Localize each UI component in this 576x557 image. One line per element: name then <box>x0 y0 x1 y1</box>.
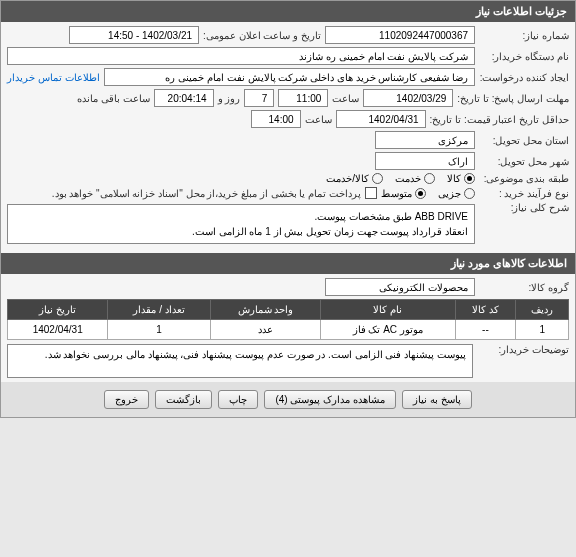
buyer-notes-text: پیوست پیشنهاد فنی الزامی است. در صورت عد… <box>7 344 473 378</box>
category-label: طبقه بندی موضوعی: <box>479 173 569 184</box>
group-value: محصولات الکترونیکی <box>325 278 475 296</box>
th-row: ردیف <box>516 300 569 320</box>
contact-link[interactable]: اطلاعات تماس خریدار <box>7 72 100 83</box>
delivery-city-label: شهر محل تحویل: <box>479 156 569 167</box>
radio-dot-icon <box>424 173 435 184</box>
attachments-button[interactable]: مشاهده مدارک پیوستی (4) <box>264 390 396 409</box>
need-number-value: 1102092447000367 <box>325 26 475 44</box>
table-row[interactable]: 1 -- موتور AC تک فاز عدد 1 1402/04/31 <box>8 320 569 340</box>
radio-medium-label: متوسط <box>381 188 412 199</box>
radio-dot-icon <box>372 173 383 184</box>
process-label: نوع فرآیند خرید : <box>479 188 569 199</box>
group-label: گروه کالا: <box>479 282 569 293</box>
deadline-label: مهلت ارسال پاسخ: تا تاریخ: <box>457 93 569 104</box>
cell-name: موتور AC تک فاز <box>320 320 455 340</box>
radio-dot-icon <box>464 173 475 184</box>
days-value: 7 <box>244 89 274 107</box>
announce-datetime-value: 1402/03/21 - 14:50 <box>69 26 199 44</box>
radio-both[interactable]: کالا/خدمت <box>326 173 383 184</box>
back-button[interactable]: بازگشت <box>155 390 212 409</box>
requester-value: رضا شفیعی کارشناس خرید های داخلی شرکت پا… <box>104 68 475 86</box>
radio-both-label: کالا/خدمت <box>326 173 369 184</box>
buyer-org-value: شرکت پالایش نفت امام خمینی ره شازند <box>7 47 475 65</box>
main-panel: جزئیات اطلاعات نیاز شماره نیاز: 11020924… <box>0 0 576 418</box>
announce-datetime-label: تاریخ و ساعت اعلان عمومی: <box>203 30 321 41</box>
time-label-1: ساعت <box>332 93 359 104</box>
goods-table: ردیف کد کالا نام کالا واحد شمارش تعداد /… <box>7 299 569 340</box>
delivery-province-label: استان محل تحویل: <box>479 135 569 146</box>
payment-checkbox[interactable] <box>365 187 377 199</box>
th-qty: تعداد / مقدار <box>108 300 211 320</box>
radio-service-label: خدمت <box>395 173 421 184</box>
time-label-2: ساعت <box>305 114 332 125</box>
radio-dot-icon <box>464 188 475 199</box>
validity-time: 14:00 <box>251 110 301 128</box>
button-bar: پاسخ به نیاز مشاهده مدارک پیوستی (4) چاپ… <box>1 382 575 417</box>
need-desc-line1: ABB DRIVE طبق مشخصات پیوست. <box>14 209 468 224</box>
deadline-date: 1402/03/29 <box>363 89 453 107</box>
radio-goods-label: کالا <box>447 173 461 184</box>
requester-label: ایجاد کننده درخواست: <box>479 72 569 83</box>
radio-goods[interactable]: کالا <box>447 173 475 184</box>
validity-date: 1402/04/31 <box>336 110 426 128</box>
remaining-label: ساعت باقی مانده <box>77 93 150 104</box>
days-label: روز و <box>218 93 241 104</box>
buyer-org-label: نام دستگاه خریدار: <box>479 51 569 62</box>
delivery-city-value: اراک <box>375 152 475 170</box>
need-number-label: شماره نیاز: <box>479 30 569 41</box>
table-header-row: ردیف کد کالا نام کالا واحد شمارش تعداد /… <box>8 300 569 320</box>
cell-unit: عدد <box>210 320 320 340</box>
th-code: کد کالا <box>455 300 516 320</box>
category-radio-group: کالا خدمت کالا/خدمت <box>326 173 475 184</box>
process-radio-group: جزیی متوسط <box>381 188 475 199</box>
goods-area: گروه کالا: محصولات الکترونیکی ردیف کد کا… <box>1 274 575 382</box>
panel-title: جزئیات اطلاعات نیاز <box>1 1 575 22</box>
validity-label: حداقل تاریخ اعتبار قیمت: تا تاریخ: <box>430 114 569 125</box>
th-name: نام کالا <box>320 300 455 320</box>
need-desc-label: شرح کلی نیاز: <box>479 202 569 213</box>
remaining-time: 20:04:14 <box>154 89 214 107</box>
radio-dot-icon <box>415 188 426 199</box>
cell-code: -- <box>455 320 516 340</box>
th-unit: واحد شمارش <box>210 300 320 320</box>
respond-button[interactable]: پاسخ به نیاز <box>402 390 472 409</box>
payment-note: پرداخت تمام یا بخشی از مبلغ خرید،از محل … <box>52 188 361 199</box>
delivery-province-value: مرکزی <box>375 131 475 149</box>
need-desc-line2: انعقاد قرارداد پیوست جهت زمان تحویل بیش … <box>14 224 468 239</box>
need-desc-box: ABB DRIVE طبق مشخصات پیوست. انعقاد قرارد… <box>7 204 475 244</box>
exit-button[interactable]: خروج <box>104 390 149 409</box>
radio-service[interactable]: خدمت <box>395 173 435 184</box>
goods-section-title: اطلاعات کالاهای مورد نیاز <box>1 253 575 274</box>
radio-minor-label: جزیی <box>438 188 461 199</box>
radio-minor[interactable]: جزیی <box>438 188 475 199</box>
form-area: شماره نیاز: 1102092447000367 تاریخ و ساع… <box>1 22 575 253</box>
cell-qty: 1 <box>108 320 211 340</box>
th-date: تاریخ نیاز <box>8 300 108 320</box>
buyer-notes-row: توضیحات خریدار: پیوست پیشنهاد فنی الزامی… <box>7 344 569 378</box>
print-button[interactable]: چاپ <box>218 390 258 409</box>
cell-date: 1402/04/31 <box>8 320 108 340</box>
radio-medium[interactable]: متوسط <box>381 188 426 199</box>
buyer-notes-label: توضیحات خریدار: <box>479 344 569 378</box>
cell-row: 1 <box>516 320 569 340</box>
deadline-time: 11:00 <box>278 89 328 107</box>
